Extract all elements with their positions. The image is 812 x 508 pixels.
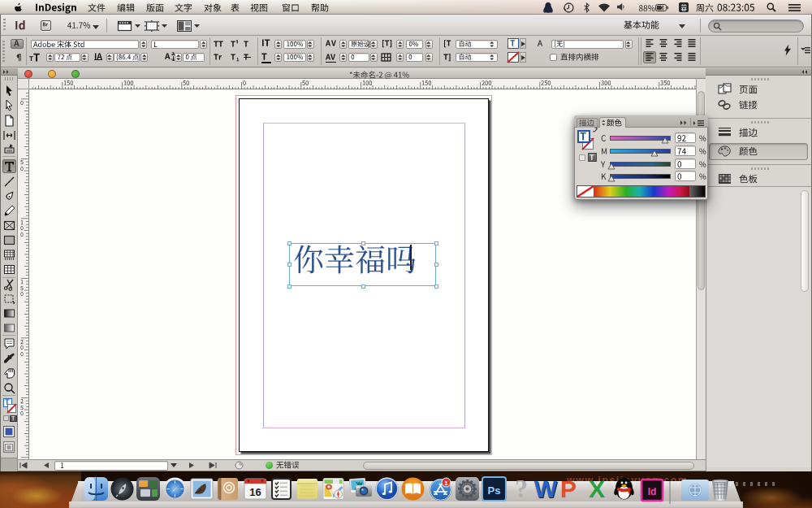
- svg-text:W: W: [534, 475, 558, 502]
- svg-text:Ps: Ps: [488, 484, 501, 497]
- svg-text:X: X: [589, 475, 605, 502]
- svg-text:Id: Id: [648, 486, 657, 497]
- svg-text:1: 1: [444, 480, 448, 487]
- svg-text:P: P: [560, 475, 577, 502]
- svg-text:16: 16: [249, 486, 261, 498]
- svg-text:?: ?: [515, 474, 528, 503]
